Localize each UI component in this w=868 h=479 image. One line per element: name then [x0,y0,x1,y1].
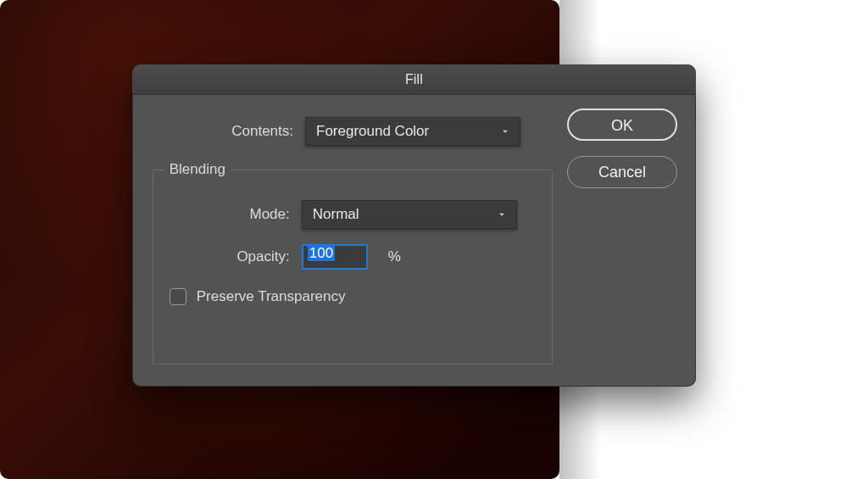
chevron-down-icon [496,209,508,220]
dialog-buttons: OK Cancel [567,109,677,188]
contents-label: Contents: [149,123,293,140]
opacity-value: 100 [308,245,335,261]
contents-select[interactable]: Foreground Color [305,117,520,146]
preserve-transparency-label: Preserve Transparency [197,288,346,305]
opacity-row: Opacity: 100 % [164,244,542,270]
mode-value: Normal [313,206,359,222]
contents-value: Foreground Color [316,123,429,139]
mode-select[interactable]: Normal [302,200,517,229]
cancel-button[interactable]: Cancel [567,156,677,188]
dialog-title: Fill [132,64,696,95]
opacity-label: Opacity: [164,248,290,265]
preserve-transparency-checkbox[interactable] [170,288,186,305]
opacity-input[interactable]: 100 [302,244,368,270]
blending-legend: Blending [164,161,231,178]
mode-row: Mode: Normal [164,200,542,229]
mode-label: Mode: [164,206,290,223]
chevron-down-icon [499,125,511,137]
preserve-row: Preserve Transparency [170,288,542,305]
fill-dialog: Fill OK Cancel Contents: Foreground Colo… [132,64,696,387]
blending-group: Blending Mode: Normal Opacity: 100 [153,161,553,365]
opacity-unit: % [388,248,401,265]
ok-button[interactable]: OK [567,109,677,141]
